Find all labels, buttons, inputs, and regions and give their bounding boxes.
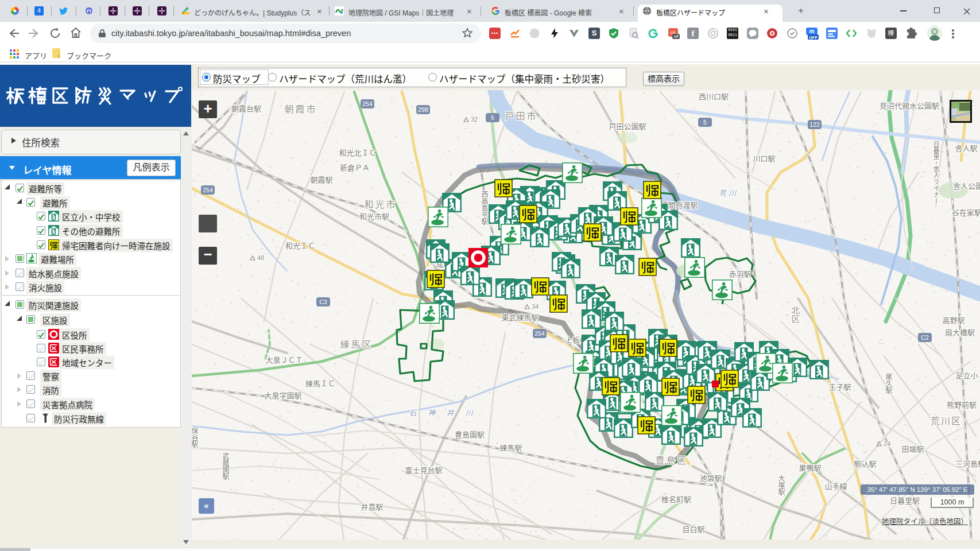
svg-text:122: 122: [809, 121, 820, 128]
svg-text:朝霞駅: 朝霞駅: [310, 176, 332, 184]
svg-text:戸田市: 戸田市: [505, 111, 537, 121]
svg-text:田端駅: 田端駅: [901, 445, 924, 453]
svg-text:298: 298: [418, 106, 428, 113]
svg-text:足立小: 足立小: [955, 371, 978, 380]
svg-text:練馬駅: 練馬駅: [499, 444, 522, 452]
svg-text:椎名町駅: 椎名町駅: [661, 495, 691, 504]
svg-text:豊島園駅: 豊島園駅: [455, 430, 485, 439]
svg-text:石 神 井 川: 石 神 井 川: [409, 409, 478, 417]
svg-text:谷在家駅: 谷在家駅: [952, 208, 980, 217]
svg-text:荒川区: 荒川区: [931, 416, 962, 426]
svg-text:C2: C2: [921, 334, 929, 341]
svg-text:和光北ＩＣ: 和光北ＩＣ: [339, 149, 376, 157]
svg-text:西高島平駅: 西高島平駅: [480, 191, 488, 226]
svg-text:34: 34: [532, 303, 539, 310]
svg-text:大泉学園駅: 大泉学園駅: [264, 391, 301, 400]
svg-text:東武練馬駅: 東武練馬駅: [501, 313, 539, 322]
svg-text:井荔駅: 井荔駅: [361, 503, 383, 511]
svg-text:新倉ＰＡ: 新倉ＰＡ: [340, 164, 370, 172]
svg-text:C3: C3: [319, 298, 327, 305]
svg-text:OFF: OFF: [809, 35, 818, 40]
svg-text:赤羽駅: 赤羽駅: [729, 270, 751, 278]
svg-text:武蔵関駅: 武蔵関駅: [221, 452, 229, 480]
svg-text:豊島区: 豊島区: [655, 456, 688, 465]
svg-text:舎人公園: 舎人公園: [953, 182, 980, 191]
svg-text:24: 24: [884, 440, 890, 447]
svg-text:大泉ＪＣＴ: 大泉ＪＣＴ: [265, 356, 303, 364]
svg-text:48: 48: [257, 254, 264, 261]
svg-text:日暮里・舎人ライナー: 日暮里・舎人ライナー: [932, 141, 940, 204]
svg-text:山手線: 山手線: [824, 482, 847, 491]
svg-text:和光市駅: 和光市駅: [359, 212, 389, 221]
svg-text:254: 254: [534, 330, 545, 337]
svg-text:大塚駅: 大塚駅: [777, 475, 785, 496]
svg-text:荒川: 荒川: [719, 189, 738, 197]
svg-text:富士見台駅: 富士見台駅: [405, 466, 442, 475]
svg-text:off: off: [674, 34, 679, 38]
svg-text:川口駅: 川口駅: [753, 154, 775, 163]
svg-text:熊野前駅: 熊野前駅: [947, 401, 977, 409]
svg-text:西川口駅: 西川口駅: [699, 92, 729, 101]
svg-text:m: m: [809, 28, 815, 34]
svg-text:254: 254: [203, 187, 213, 193]
svg-text:朝霞市: 朝霞市: [284, 104, 317, 114]
svg-text:巣鴨駅: 巣鴨駅: [799, 464, 821, 472]
svg-text:5: 5: [491, 114, 494, 121]
svg-text:池袋駅: 池袋駅: [699, 474, 722, 483]
svg-text:32: 32: [471, 116, 478, 123]
svg-text:三河島駅: 三河島駅: [955, 460, 980, 468]
svg-text:練馬区: 練馬区: [340, 340, 373, 350]
svg-text:目白駅: 目白駅: [682, 525, 704, 534]
svg-text:保谷駅: 保谷駅: [192, 427, 198, 448]
svg-text:5: 5: [703, 119, 707, 126]
svg-text:日暮里駅: 日暮里駅: [890, 496, 920, 505]
svg-text:見沼代親水公園駅: 見沼代親水公園駅: [880, 102, 939, 110]
svg-text:和光市: 和光市: [364, 200, 397, 209]
svg-text:和光ＩＣ: 和光ＩＣ: [285, 242, 315, 250]
svg-text:北区: 北区: [791, 306, 800, 323]
svg-text:高野駅: 高野駅: [942, 316, 964, 325]
svg-text:戸田公園駅: 戸田公園駅: [609, 122, 646, 131]
svg-text:254: 254: [362, 100, 373, 107]
svg-text:尾久駅: 尾久駅: [884, 373, 892, 394]
svg-text:練馬ＩＣ: 練馬ＩＣ: [305, 379, 335, 388]
svg-text:扇大橋駅: 扇大橋駅: [945, 328, 975, 337]
svg-text:王子駅: 王子駅: [828, 383, 851, 391]
svg-text:駒込駅: 駒込駅: [854, 460, 876, 468]
svg-text:朝霞台駅: 朝霞台駅: [231, 104, 261, 113]
svg-text:舎人駅: 舎人駅: [955, 144, 977, 153]
